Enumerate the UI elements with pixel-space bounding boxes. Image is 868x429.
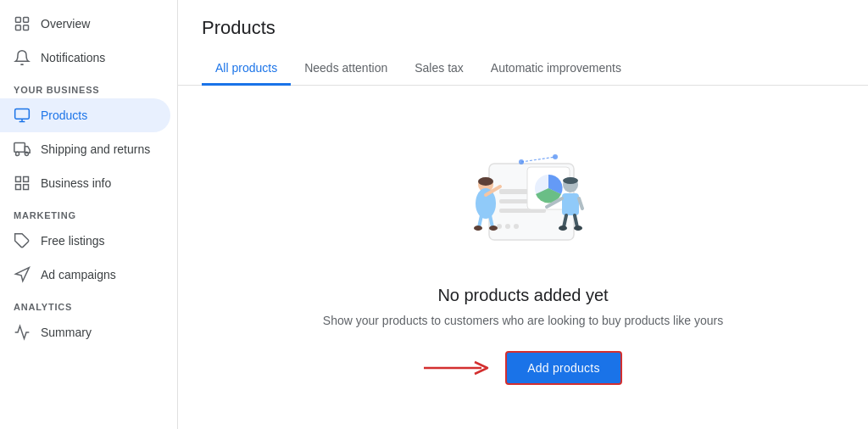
svg-rect-10 — [16, 177, 21, 182]
sidebar-item-label: Ad campaigns — [41, 268, 116, 281]
sidebar-item-label: Products — [41, 109, 87, 122]
svg-point-34 — [489, 226, 498, 231]
sidebar-item-summary[interactable]: Summary — [0, 315, 170, 349]
section-label-analytics: ANALYTICS — [0, 292, 177, 315]
tab-all-products[interactable]: All products — [202, 53, 291, 86]
svg-rect-4 — [15, 109, 30, 120]
page-header: Products — [178, 0, 868, 53]
tabs-bar: All products Needs attention Sales tax A… — [178, 53, 868, 86]
tab-needs-attention[interactable]: Needs attention — [291, 53, 401, 86]
svg-rect-11 — [24, 177, 29, 182]
megaphone-icon — [14, 266, 31, 283]
svg-point-28 — [478, 177, 493, 186]
svg-point-29 — [476, 188, 496, 219]
add-products-button[interactable]: Add products — [505, 351, 622, 385]
svg-rect-3 — [24, 25, 29, 31]
sidebar-item-label: Notifications — [41, 51, 105, 64]
sidebar-item-business-info[interactable]: Business info — [0, 166, 170, 200]
sidebar-item-ad-campaigns[interactable]: Ad campaigns — [0, 258, 170, 292]
sidebar-item-notifications[interactable]: Notifications — [0, 41, 170, 75]
sidebar-item-label: Free listings — [41, 234, 104, 248]
svg-rect-13 — [24, 185, 29, 190]
sidebar-item-products[interactable]: Products — [0, 98, 170, 132]
empty-state-subtitle: Show your products to customers who are … — [323, 314, 723, 327]
sidebar-item-shipping[interactable]: Shipping and returns — [0, 132, 170, 166]
svg-rect-1 — [24, 18, 29, 23]
svg-point-33 — [474, 226, 482, 231]
action-row: Add products — [424, 351, 622, 385]
grid-icon — [14, 15, 31, 32]
tag-icon — [14, 232, 31, 249]
business-icon — [14, 175, 31, 192]
section-label-your-business: YOUR BUSINESS — [0, 75, 177, 98]
tab-automatic-improvements[interactable]: Automatic improvements — [477, 53, 635, 86]
bell-icon — [14, 49, 31, 66]
products-icon — [14, 107, 31, 124]
chart-icon — [14, 324, 31, 341]
svg-point-9 — [25, 152, 28, 155]
svg-point-36 — [563, 177, 578, 184]
svg-rect-37 — [562, 193, 579, 215]
content-area: No products added yet Show your products… — [178, 86, 868, 429]
sidebar-item-label: Business info — [41, 176, 111, 190]
svg-line-31 — [479, 215, 481, 227]
sidebar-item-label: Overview — [41, 17, 90, 31]
svg-line-26 — [521, 157, 555, 162]
sidebar-item-label: Shipping and returns — [41, 142, 150, 156]
svg-rect-2 — [16, 25, 21, 31]
sidebar-item-overview[interactable]: Overview — [0, 7, 170, 41]
svg-point-8 — [16, 152, 19, 155]
svg-rect-12 — [16, 185, 21, 190]
svg-point-43 — [574, 226, 582, 231]
svg-rect-0 — [16, 18, 21, 23]
svg-point-42 — [559, 226, 567, 231]
truck-icon — [14, 141, 31, 158]
sidebar: Overview Notifications YOUR BUSINESS Pro… — [0, 0, 178, 429]
sidebar-item-free-listings[interactable]: Free listings — [0, 224, 170, 258]
tab-sales-tax[interactable]: Sales tax — [401, 53, 477, 86]
sidebar-item-label: Summary — [41, 326, 92, 339]
arrow-indicator — [424, 358, 492, 378]
empty-state-illustration — [430, 130, 616, 265]
svg-line-41 — [575, 215, 577, 227]
svg-rect-7 — [14, 143, 25, 153]
svg-line-39 — [579, 198, 582, 209]
section-label-marketing: MARKETING — [0, 200, 177, 224]
page-title: Products — [202, 17, 844, 39]
svg-point-20 — [505, 224, 510, 229]
svg-point-21 — [514, 224, 519, 229]
empty-state-title: No products added yet — [437, 286, 608, 305]
main-content: Products All products Needs attention Sa… — [178, 0, 868, 429]
